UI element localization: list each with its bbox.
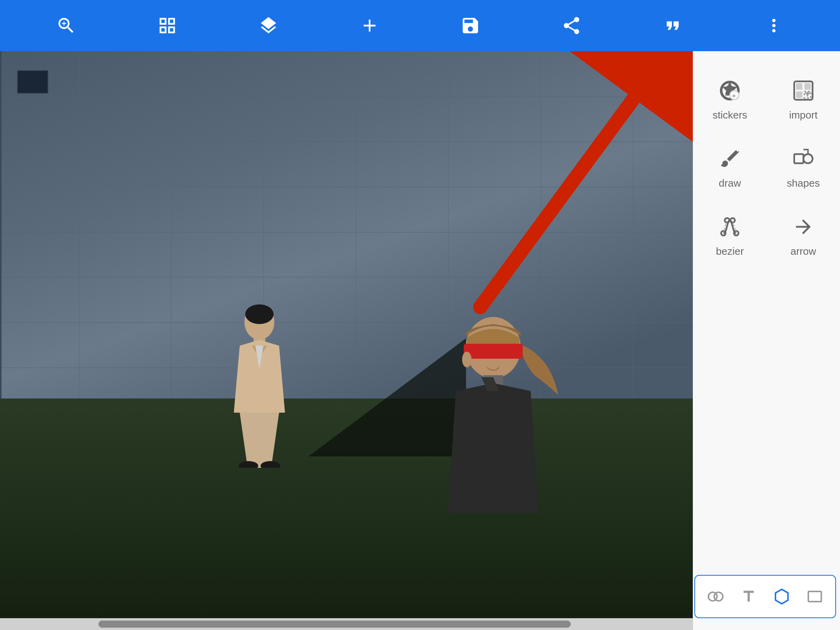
svg-text:+: + [732,92,736,99]
svg-point-18 [803,154,812,163]
zoom-button[interactable] [50,10,82,41]
draw-tool[interactable]: draw [695,133,765,197]
grid-button[interactable] [152,10,183,41]
svg-point-1 [245,304,274,324]
draw-label: draw [719,177,741,189]
stickers-tool[interactable]: + stickers [695,65,765,129]
import-label: import [789,109,818,121]
bottom-mini-toolbar [694,575,836,618]
layers-button[interactable] [253,10,284,41]
svg-point-7 [462,352,472,367]
top-toolbar [0,0,840,51]
main-canvas[interactable] [0,51,772,630]
shapes-tool[interactable]: shapes [769,133,838,197]
import-tool[interactable]: import [769,65,838,129]
text-tool-button[interactable] [737,585,760,608]
tool-grid: + stickers import [693,63,840,267]
svg-rect-27 [809,591,821,602]
shapes-label: shapes [787,177,820,189]
shapes-icon [790,145,817,172]
svg-rect-15 [804,83,810,89]
scrollbar-thumb[interactable] [98,621,571,628]
svg-point-26 [714,592,723,601]
more-button[interactable] [758,10,790,41]
import-icon [790,77,817,104]
stickers-label: stickers [712,109,747,121]
arrow-tool[interactable]: arrow [769,201,838,265]
svg-rect-16 [796,91,802,98]
draw-icon [716,145,744,172]
save-button[interactable] [455,10,486,41]
arrow-icon [790,213,817,241]
arrow-label: arrow [790,245,816,258]
polygon-tool-button[interactable] [770,585,794,608]
scrollbar[interactable] [0,618,772,630]
game-background [0,51,772,630]
character-white-suit [216,302,303,468]
add-button[interactable] [354,10,385,41]
bezier-icon [716,213,744,241]
quote-button[interactable] [657,10,688,41]
svg-rect-6 [464,344,523,359]
blend-tool-button[interactable] [704,585,727,608]
svg-rect-17 [794,154,803,163]
rect-tool-button[interactable] [803,585,827,608]
character-blindfolded [424,316,562,572]
right-panel: + stickers import [693,51,840,630]
bezier-tool[interactable]: bezier [695,201,765,265]
share-button[interactable] [556,10,587,41]
bezier-label: bezier [716,245,744,258]
svg-rect-14 [796,83,802,89]
stickers-icon: + [716,77,744,104]
